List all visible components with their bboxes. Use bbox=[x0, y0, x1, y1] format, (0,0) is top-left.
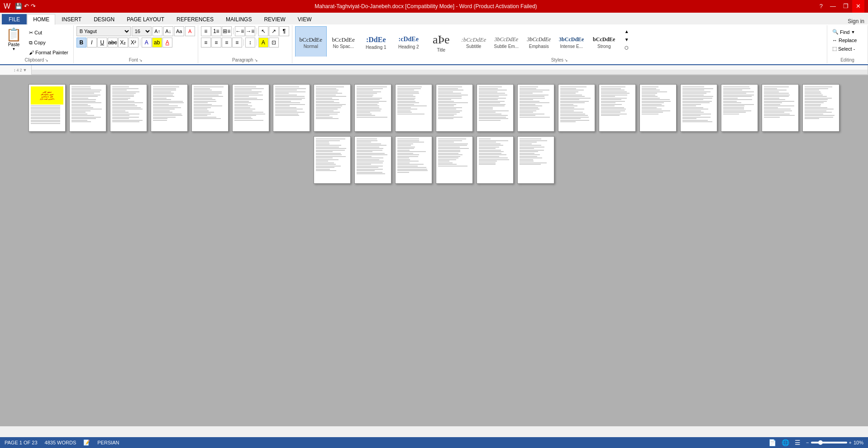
view-outline-btn[interactable]: ☰ bbox=[795, 439, 801, 446]
zoom-out-btn[interactable]: − bbox=[806, 440, 809, 445]
shading-btn[interactable]: A bbox=[258, 38, 268, 48]
tab-home[interactable]: HOME bbox=[27, 14, 55, 25]
tab-view[interactable]: VIEW bbox=[292, 14, 318, 24]
styles-scroll-down-btn[interactable]: ▼ bbox=[623, 35, 631, 43]
style-item-heading--[interactable]: :DdEe Heading 1 bbox=[360, 26, 392, 57]
tab-file[interactable]: FILE bbox=[2, 14, 27, 24]
change-case-btn[interactable]: Aa bbox=[174, 26, 184, 36]
copy-button[interactable]: ⧉ Copy bbox=[27, 39, 71, 47]
page-thumb-25[interactable] bbox=[477, 136, 514, 184]
numbering-btn[interactable]: 1≡ bbox=[211, 26, 221, 36]
zoom-in-btn[interactable]: + bbox=[849, 440, 852, 445]
tab-references[interactable]: REFERENCES bbox=[171, 14, 219, 24]
tab-page-layout[interactable]: PAGE LAYOUT bbox=[121, 14, 170, 24]
style-item-strong[interactable]: bCcDdEe Strong bbox=[588, 26, 620, 57]
clear-format-btn[interactable]: A bbox=[185, 26, 195, 36]
page-thumb-23[interactable] bbox=[395, 136, 432, 184]
page-thumb-12[interactable] bbox=[477, 84, 514, 132]
justify-btn[interactable]: ≡ bbox=[232, 38, 242, 48]
page-thumb-10[interactable] bbox=[395, 84, 432, 132]
minimize-btn[interactable]: — bbox=[826, 0, 839, 13]
font-label[interactable]: Font ↘ bbox=[76, 57, 195, 62]
view-web-btn[interactable]: 🌐 bbox=[782, 439, 789, 446]
line-spacing-btn[interactable]: ↕ bbox=[245, 38, 255, 48]
bullets-btn[interactable]: ≡ bbox=[201, 26, 211, 36]
page-thumb-17[interactable] bbox=[680, 84, 717, 132]
show-hide-btn[interactable]: ¶ bbox=[279, 26, 289, 36]
page-thumb-19[interactable] bbox=[762, 84, 799, 132]
increase-indent-btn[interactable]: →≡ bbox=[245, 26, 255, 36]
paragraph-label[interactable]: Paragraph ↘ bbox=[201, 57, 289, 62]
page-thumb-16[interactable] bbox=[639, 84, 677, 132]
page-thumb-4[interactable] bbox=[151, 84, 188, 132]
help-btn[interactable]: ? bbox=[816, 0, 826, 13]
borders-btn[interactable]: ⊡ bbox=[269, 38, 279, 48]
page-thumb-14[interactable] bbox=[558, 84, 595, 132]
font-size-select[interactable]: 16 bbox=[132, 26, 152, 36]
styles-scroll-up-btn[interactable]: ▲ bbox=[623, 27, 631, 35]
view-print-btn[interactable]: 📄 bbox=[768, 439, 776, 446]
tab-design[interactable]: DESIGN bbox=[88, 14, 120, 24]
page-thumb-9[interactable] bbox=[354, 84, 391, 132]
page-thumb-13[interactable] bbox=[517, 84, 554, 132]
page-thumb-6[interactable] bbox=[232, 84, 269, 132]
tab-review[interactable]: REVIEW bbox=[258, 14, 291, 24]
style-item-subtitle[interactable]: :bCcDdEe Subtitle bbox=[458, 26, 490, 57]
font-name-select[interactable]: B Yagut bbox=[76, 26, 131, 36]
page-thumb-11[interactable] bbox=[436, 84, 473, 132]
cut-button[interactable]: ✂ Cut bbox=[27, 29, 71, 37]
page-thumb-21[interactable] bbox=[314, 136, 351, 184]
rtl-btn[interactable]: ↖ bbox=[258, 26, 268, 36]
clipboard-label[interactable]: Clipboard ↘ bbox=[3, 57, 71, 62]
page-thumb-20[interactable] bbox=[802, 84, 839, 132]
page-thumb-18[interactable] bbox=[721, 84, 758, 132]
italic-btn[interactable]: I bbox=[87, 38, 97, 48]
zoom-thumb[interactable] bbox=[818, 440, 823, 445]
ltr-btn[interactable]: ↗ bbox=[269, 26, 279, 36]
underline-btn[interactable]: U bbox=[97, 38, 107, 48]
shrink-font-btn[interactable]: A↓ bbox=[163, 26, 173, 36]
save-quick-btn[interactable]: 💾 bbox=[15, 0, 22, 13]
page-thumb-22[interactable] bbox=[354, 136, 391, 184]
close-btn[interactable]: ✕ bbox=[852, 0, 864, 13]
styles-label[interactable]: Styles ↘ bbox=[295, 57, 824, 62]
styles-more-btn[interactable]: ⬡ bbox=[623, 43, 631, 52]
restore-btn[interactable]: ❐ bbox=[839, 0, 852, 13]
strikethrough-btn[interactable]: abc bbox=[108, 38, 118, 48]
tab-insert[interactable]: INSERT bbox=[56, 14, 87, 24]
select-button[interactable]: ⬚ Select - bbox=[830, 45, 857, 52]
decrease-indent-btn[interactable]: ←≡ bbox=[235, 26, 245, 36]
page-thumb-1[interactable]: تحقیق آنلاینتصویر سامانه هایفایل با بارگ… bbox=[29, 84, 66, 132]
grow-font-btn[interactable]: A↑ bbox=[153, 26, 162, 36]
document-area[interactable]: تحقیق آنلاینتصویر سامانه هایفایل با بارگ… bbox=[0, 75, 868, 426]
style-item-normal[interactable]: bCcDdEe Normal bbox=[295, 26, 327, 57]
style-item-no-spac---[interactable]: bCcDdEe No Spac... bbox=[328, 26, 359, 57]
align-center-btn[interactable]: ≡ bbox=[211, 38, 221, 48]
page-thumb-8[interactable] bbox=[314, 84, 351, 132]
subscript-btn[interactable]: X₂ bbox=[118, 38, 128, 48]
font-color-btn[interactable]: A bbox=[162, 38, 172, 48]
zoom-slider[interactable] bbox=[811, 442, 847, 443]
style-item-emphasis[interactable]: 3bCcDdEe Emphasis bbox=[523, 26, 555, 57]
page-thumb-24[interactable] bbox=[436, 136, 473, 184]
tab-mailings[interactable]: MAILINGS bbox=[220, 14, 258, 24]
page-thumb-15[interactable] bbox=[599, 84, 636, 132]
style-item-heading--[interactable]: :cDdEe Heading 2 bbox=[393, 26, 424, 57]
replace-button[interactable]: ↔ Replace bbox=[830, 37, 859, 44]
align-left-btn[interactable]: ≡ bbox=[201, 38, 211, 48]
align-right-btn[interactable]: ≡ bbox=[222, 38, 232, 48]
page-thumb-2[interactable] bbox=[69, 84, 106, 132]
style-item-intense-e---[interactable]: 3bCcDdEe Intense E... bbox=[556, 26, 587, 57]
text-effect-btn[interactable]: A bbox=[142, 38, 152, 48]
style-item-title[interactable]: aÞe Title bbox=[425, 26, 457, 57]
page-thumb-26[interactable] bbox=[517, 136, 554, 184]
sign-in-btn[interactable]: Sign in bbox=[848, 18, 864, 24]
superscript-btn[interactable]: X² bbox=[129, 38, 138, 48]
page-thumb-3[interactable] bbox=[110, 84, 147, 132]
redo-quick-btn[interactable]: ↷ bbox=[31, 0, 36, 13]
page-thumb-7[interactable] bbox=[273, 84, 310, 132]
page-thumb-5[interactable] bbox=[191, 84, 229, 132]
format-painter-button[interactable]: 🖌 Format Painter bbox=[27, 49, 71, 56]
find-button[interactable]: 🔍 Find ▼ bbox=[830, 28, 857, 36]
bold-btn[interactable]: B bbox=[76, 38, 86, 48]
